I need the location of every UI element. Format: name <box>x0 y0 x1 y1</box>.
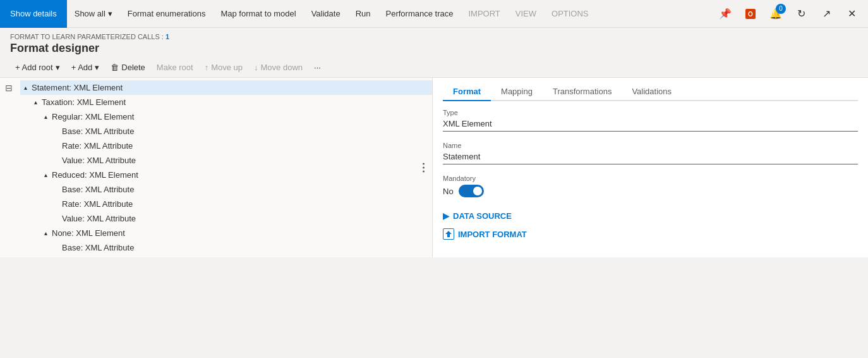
import-format-icon <box>443 228 454 240</box>
pin-icon[interactable]: 📌 <box>714 3 737 25</box>
show-details-button[interactable]: Show details <box>0 0 67 28</box>
tree-label-value1: Value: XML Attribute <box>61 156 136 165</box>
detail-panel: Format Mapping Transformations Validatio… <box>433 78 868 257</box>
import-format-label: IMPORT FORMAT <box>458 230 527 239</box>
tree-item-rate1[interactable]: Rate: XML Attribute <box>20 139 432 153</box>
office-icon[interactable]: O <box>739 3 762 25</box>
name-label: Name <box>443 142 858 149</box>
type-label: Type <box>443 109 858 116</box>
performance-trace-button[interactable]: Performance trace <box>378 0 461 28</box>
move-up-label: Move up <box>211 63 243 72</box>
type-field-group: Type XML Element <box>443 109 858 132</box>
top-nav: Show details Show all ▾ Format enumerati… <box>0 0 868 28</box>
tree-panel: ⊟ ▴Statement: XML Element▴Taxation: XML … <box>0 78 433 257</box>
arrow-down-icon: ↓ <box>254 63 258 72</box>
mandatory-toggle-switch[interactable] <box>459 185 484 197</box>
tree-item-reduced[interactable]: ▴Reduced: XML Element <box>20 168 432 182</box>
page-title: Format designer <box>10 42 858 55</box>
tree-toggle-statement[interactable]: ▴ <box>20 84 30 91</box>
tree-toggle-taxation[interactable]: ▴ <box>30 99 40 106</box>
tree-item-none[interactable]: ▴None: XML Element <box>20 226 432 240</box>
tab-mapping[interactable]: Mapping <box>491 83 543 101</box>
format-enumerations-button[interactable]: Format enumerations <box>120 0 214 28</box>
add-button[interactable]: + Add ▾ <box>66 60 105 75</box>
show-all-button[interactable]: Show all ▾ <box>67 0 120 28</box>
tree-item-rate2[interactable]: Rate: XML Attribute <box>20 197 432 211</box>
open-in-new-icon[interactable]: ↗ <box>815 3 838 25</box>
tab-format[interactable]: Format <box>443 83 491 101</box>
breadcrumb-text: FORMAT TO LEARN PARAMETERIZED CALLS <box>10 33 160 40</box>
import-format-section[interactable]: IMPORT FORMAT <box>443 225 858 244</box>
tab-bar: Format Mapping Transformations Validatio… <box>443 83 858 101</box>
delete-button[interactable]: 🗑 Delete <box>105 60 150 75</box>
mandatory-toggle-text: No <box>443 187 454 196</box>
toggle-knob <box>473 187 482 195</box>
chevron-down-icon: ▾ <box>108 9 112 18</box>
svg-text:O: O <box>748 11 753 18</box>
filter-icon[interactable]: ⊟ <box>5 83 13 93</box>
tree-label-taxation: Taxation: XML Element <box>40 97 126 107</box>
add-label: + Add <box>71 63 93 72</box>
tree-label-base2: Base: XML Attribute <box>61 185 134 194</box>
add-chevron-icon: ▾ <box>95 63 99 72</box>
view-button: VIEW <box>508 0 544 28</box>
tree-label-regular: Regular: XML Element <box>51 112 134 121</box>
tree-item-base2[interactable]: Base: XML Attribute <box>20 182 432 197</box>
breadcrumb: FORMAT TO LEARN PARAMETERIZED CALLS : 1 <box>10 33 858 40</box>
data-source-expand-arrow: ▶ <box>443 211 449 221</box>
name-field-group: Name Statement <box>443 142 858 164</box>
svg-marker-2 <box>445 231 452 237</box>
tree-item-regular[interactable]: ▴Regular: XML Element <box>20 109 432 124</box>
mandatory-label: Mandatory <box>443 175 858 182</box>
tree-item-taxation[interactable]: ▴Taxation: XML Element <box>20 95 432 109</box>
delete-icon: 🗑 <box>111 63 119 72</box>
add-root-chevron-icon: ▾ <box>56 63 60 72</box>
data-source-section[interactable]: ▶ DATA SOURCE <box>443 207 858 225</box>
close-icon[interactable]: ✕ <box>840 3 863 25</box>
page-content: FORMAT TO LEARN PARAMETERIZED CALLS : 1 … <box>0 28 868 257</box>
move-down-button: ↓ Move down <box>249 60 308 75</box>
add-root-label: + Add root <box>15 63 53 72</box>
validate-button[interactable]: Validate <box>304 0 348 28</box>
drag-handle <box>423 163 425 173</box>
arrow-up-icon: ↑ <box>205 63 209 72</box>
nav-right-icons: 📌 O 🔔 0 ↻ ↗ ✕ <box>714 3 868 25</box>
name-value: Statement <box>443 151 858 164</box>
tab-validations[interactable]: Validations <box>622 83 682 101</box>
notification-badge: 0 <box>776 4 786 14</box>
tree-label-rate2: Rate: XML Attribute <box>61 199 133 209</box>
mandatory-toggle-row: No <box>443 185 858 197</box>
move-down-label: Move down <box>261 63 303 72</box>
more-button[interactable]: ··· <box>309 60 326 75</box>
tree-item-statement[interactable]: ▴Statement: XML Element <box>20 80 432 95</box>
options-button: OPTIONS <box>544 0 596 28</box>
main-area: ⊟ ▴Statement: XML Element▴Taxation: XML … <box>0 78 868 257</box>
move-up-button: ↑ Move up <box>200 60 248 75</box>
run-button[interactable]: Run <box>348 0 378 28</box>
tree-item-base3[interactable]: Base: XML Attribute <box>20 240 432 255</box>
refresh-icon[interactable]: ↻ <box>790 3 812 25</box>
type-value: XML Element <box>443 118 858 132</box>
tree-label-none: None: XML Element <box>51 228 125 238</box>
make-root-button: Make root <box>152 60 198 75</box>
data-source-label: DATA SOURCE <box>453 211 512 221</box>
tab-transformations[interactable]: Transformations <box>543 83 622 101</box>
tree-label-statement: Statement: XML Element <box>30 83 123 92</box>
tree-item-base1[interactable]: Base: XML Attribute <box>20 124 432 139</box>
more-icon: ··· <box>314 63 321 72</box>
tree-toggle-regular[interactable]: ▴ <box>40 113 51 120</box>
tree-label-rate1: Rate: XML Attribute <box>61 141 133 151</box>
show-all-label: Show all <box>75 9 105 18</box>
tree-label-reduced: Reduced: XML Element <box>51 170 138 180</box>
mandatory-field-group: Mandatory No <box>443 175 858 197</box>
map-format-to-model-button[interactable]: Map format to model <box>213 0 303 28</box>
tree-toggle-reduced[interactable]: ▴ <box>40 171 51 178</box>
tree-label-value2: Value: XML Attribute <box>61 214 136 223</box>
add-root-button[interactable]: + Add root ▾ <box>10 60 65 75</box>
notifications-button[interactable]: 🔔 0 <box>764 3 787 25</box>
breadcrumb-count: 1 <box>166 33 169 40</box>
tree-item-value1[interactable]: Value: XML Attribute <box>20 153 432 168</box>
tree-label-base1: Base: XML Attribute <box>61 127 134 136</box>
tree-item-value2[interactable]: Value: XML Attribute <box>20 211 432 226</box>
tree-toggle-none[interactable]: ▴ <box>40 230 51 237</box>
